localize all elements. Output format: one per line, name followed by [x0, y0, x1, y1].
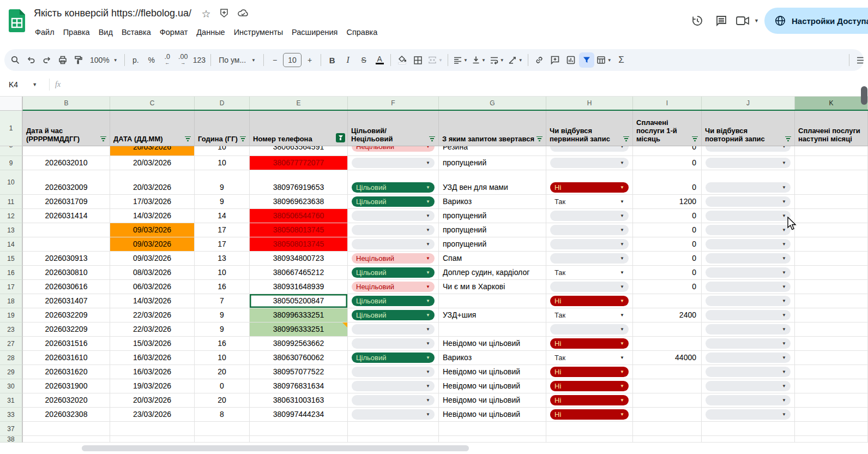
row-header-23[interactable]: 23 — [0, 322, 23, 337]
row-header-38[interactable]: 38 — [0, 436, 23, 443]
cell-J8[interactable]: ▼ — [702, 146, 795, 156]
cell-G14[interactable]: пропущений — [439, 237, 546, 252]
cell-C31[interactable]: 20/03/2026 — [110, 393, 195, 408]
cell-C14[interactable]: 09/03/2026 — [110, 237, 195, 252]
cell-C15[interactable]: 09/03/2026 — [110, 252, 195, 266]
text-rotation-button[interactable]: ▼ — [507, 52, 525, 68]
cell-J31[interactable]: ▼ — [702, 393, 795, 408]
cell-H18[interactable]: Ні▼ — [546, 294, 633, 308]
cell-G37[interactable] — [439, 422, 546, 436]
cell-H13[interactable]: ▼ — [546, 223, 633, 237]
dropdown-chip[interactable]: ▼ — [706, 381, 791, 391]
cell-F27[interactable]: ▼ — [348, 337, 439, 351]
cell-G27[interactable]: Невідомо чи цільовий — [439, 337, 546, 351]
filter-icon[interactable] — [429, 136, 435, 141]
dropdown-chip[interactable]: Ні▼ — [550, 296, 629, 306]
cell-H9[interactable]: ▼ — [546, 156, 633, 170]
redo-button[interactable] — [39, 52, 55, 68]
row-header-30[interactable]: 30 — [0, 379, 23, 393]
row-header-15[interactable]: 15 — [0, 252, 23, 266]
cell-B10[interactable]: 2026032009 — [23, 170, 110, 195]
cell-K16[interactable] — [795, 266, 868, 280]
dropdown-chip[interactable]: ▼ — [706, 211, 791, 221]
cell-K31[interactable] — [795, 393, 868, 408]
cell-D23[interactable]: 9 — [195, 322, 250, 337]
cell-D15[interactable]: 13 — [195, 252, 250, 266]
cell-F9[interactable]: ▼ — [348, 156, 439, 170]
dropdown-chip[interactable]: Ні▼ — [550, 409, 629, 420]
cell-B38[interactable] — [23, 436, 110, 443]
font-size-input[interactable]: 10 — [283, 53, 302, 67]
text-color-button[interactable]: A — [372, 52, 387, 68]
row-header-17[interactable]: 17 — [0, 280, 23, 294]
cell-G30[interactable]: Невідомо чи цільовий — [439, 379, 546, 393]
cell-D17[interactable]: 16 — [195, 280, 250, 294]
cell-J15[interactable]: ▼ — [702, 252, 795, 266]
cell-D28[interactable]: 10 — [195, 351, 250, 365]
cell-B17[interactable]: 2026030616 — [23, 280, 110, 294]
menu-item-Расширения[interactable]: Расширения — [287, 26, 342, 38]
cell-G28[interactable]: Варикоз — [439, 351, 546, 365]
cell-H37[interactable] — [546, 422, 633, 436]
column-letter-C[interactable]: C — [110, 97, 195, 110]
cell-H33[interactable]: Ні▼ — [546, 408, 633, 422]
dropdown-chip[interactable]: ▼ — [706, 225, 791, 235]
column-letter-H[interactable]: H — [546, 97, 633, 110]
cloud-status-icon[interactable] — [237, 8, 249, 19]
dropdown-chip[interactable]: ▼ — [352, 239, 435, 249]
cell-H23[interactable]: ▼ — [546, 322, 633, 337]
cell-D11[interactable]: 9 — [195, 195, 250, 209]
cell-J30[interactable]: ▼ — [702, 379, 795, 393]
star-icon[interactable]: ☆ — [202, 8, 211, 20]
filter-icon[interactable] — [785, 136, 791, 141]
cell-D9[interactable]: 10 — [195, 156, 250, 170]
insert-chart-button[interactable] — [563, 52, 578, 68]
cell-I31[interactable] — [633, 393, 702, 408]
row-header-18[interactable]: 18 — [0, 294, 23, 308]
cell-B15[interactable]: 2026030913 — [23, 252, 110, 266]
cell-D33[interactable]: 8 — [195, 408, 250, 422]
dropdown-chip[interactable]: ▼ — [550, 211, 629, 221]
cell-F28[interactable]: Цільовий▼ — [348, 351, 439, 365]
menu-item-Инструменты[interactable]: Инструменты — [230, 26, 287, 38]
cell-E37[interactable] — [250, 422, 348, 436]
cell-F16[interactable]: Цільовий▼ — [348, 266, 439, 280]
row-header-11[interactable]: 11 — [0, 195, 23, 209]
active-filter-icon[interactable] — [336, 133, 345, 142]
cell-H19[interactable]: Так▼ — [546, 308, 633, 322]
cell-I9[interactable]: 0 — [633, 156, 702, 170]
dropdown-chip[interactable]: ▼ — [706, 353, 791, 363]
cell-E23[interactable]: 380996333251 — [250, 322, 348, 337]
cell-F31[interactable]: ▼ — [348, 393, 439, 408]
table-views-button[interactable]: ▼ — [595, 52, 613, 68]
vertical-align-button[interactable]: ▼ — [470, 52, 487, 68]
cell-C8[interactable]: 20/03/2026 — [110, 146, 195, 156]
cell-F14[interactable]: ▼ — [348, 237, 439, 252]
cell-I27[interactable] — [633, 337, 702, 351]
borders-button[interactable] — [410, 52, 425, 68]
cell-E9[interactable]: 380677772077 — [250, 156, 348, 170]
cell-H28[interactable]: Так▼ — [546, 351, 633, 365]
cell-K18[interactable] — [795, 294, 868, 308]
camera-dropdown-icon[interactable]: ▼ — [754, 18, 759, 23]
cell-H15[interactable]: ▼ — [546, 252, 633, 266]
cell-G33[interactable]: Невідомо чи цільовий — [439, 408, 546, 422]
cell-F13[interactable]: ▼ — [348, 223, 439, 237]
cell-H14[interactable]: ▼ — [546, 237, 633, 252]
cell-F29[interactable]: ▼ — [348, 365, 439, 379]
cell-H17[interactable]: ▼ — [546, 280, 633, 294]
cell-E8[interactable]: 380663564591 — [250, 146, 348, 156]
row-header-31[interactable]: 31 — [0, 393, 23, 408]
filter-icon[interactable] — [692, 136, 698, 141]
header-cell-K[interactable]: Сплачені послуги наступні місяці — [795, 111, 868, 146]
header-cell-C[interactable]: ДАТА (ДД.ММ) — [110, 111, 195, 146]
dropdown-chip[interactable]: ▼ — [352, 158, 435, 168]
search-icon[interactable] — [8, 52, 23, 68]
row-header-1[interactable]: 1 — [0, 111, 23, 146]
cell-C23[interactable]: 22/03/2026 — [110, 322, 195, 337]
cell-I19[interactable]: 2400 — [633, 308, 702, 322]
header-cell-G[interactable]: З яким запитом звертався — [439, 111, 546, 146]
cell-H16[interactable]: Так▼ — [546, 266, 633, 280]
cell-I11[interactable]: 1200 — [633, 195, 702, 209]
cell-D38[interactable] — [195, 436, 250, 443]
